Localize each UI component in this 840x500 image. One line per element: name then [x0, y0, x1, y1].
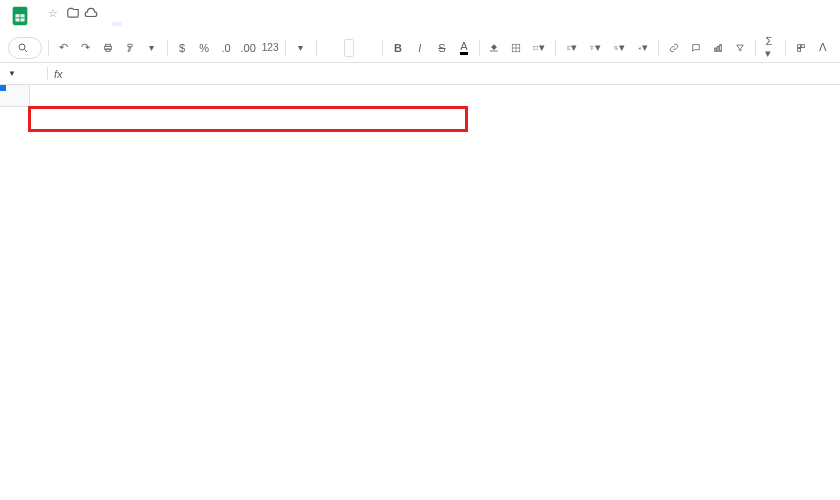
svg-rect-22 — [714, 48, 716, 51]
formula-bar: ▼ fx — [0, 63, 840, 85]
spreadsheet-grid[interactable] — [0, 85, 840, 481]
name-box[interactable]: ▼ — [0, 67, 48, 80]
fx-icon: fx — [48, 66, 69, 82]
svg-rect-9 — [491, 50, 498, 51]
move-icon[interactable] — [66, 6, 80, 20]
chart-button[interactable] — [709, 38, 727, 58]
paint-format-button[interactable] — [121, 38, 139, 58]
star-icon[interactable]: ☆ — [48, 7, 58, 20]
undo-button[interactable]: ↶ — [55, 38, 73, 58]
percent-button[interactable]: % — [195, 38, 213, 58]
halign-button[interactable]: ▾ — [562, 38, 582, 58]
zoom-select[interactable]: ▾ — [143, 38, 161, 58]
svg-point-4 — [19, 44, 25, 50]
menu-help[interactable] — [136, 22, 146, 26]
fill-color-button[interactable] — [485, 38, 503, 58]
menu-edit[interactable] — [52, 22, 62, 26]
addon-button[interactable] — [792, 38, 810, 58]
fontsize-plus[interactable] — [358, 38, 376, 58]
rotate-button[interactable]: A ▾ — [633, 38, 653, 58]
collapse-toolbar-button[interactable]: ᐱ — [814, 38, 832, 58]
svg-line-5 — [25, 49, 28, 52]
app-header: ☆ — [0, 0, 840, 33]
svg-rect-25 — [798, 44, 801, 47]
bold-button[interactable]: B — [389, 38, 407, 58]
menu-view[interactable] — [64, 22, 74, 26]
merge-button[interactable]: ▾ — [529, 38, 549, 58]
strike-button[interactable]: S — [433, 38, 451, 58]
svg-rect-23 — [717, 46, 719, 51]
menubar — [40, 22, 832, 26]
menu-format[interactable] — [88, 22, 98, 26]
more-formats-button[interactable]: 123 — [261, 38, 279, 58]
print-button[interactable] — [99, 38, 117, 58]
font-select[interactable]: ▾ — [292, 38, 310, 58]
link-button[interactable] — [665, 38, 683, 58]
toolbar: ↶ ↷ ▾ $ % .0 .00 123 ▾ B I S A ▾ ▾ ▾ ▾ A… — [0, 33, 840, 63]
decrease-decimal-button[interactable]: .0 — [217, 38, 235, 58]
menu-search[interactable] — [8, 37, 42, 59]
wrap-button[interactable]: ▾ — [609, 38, 629, 58]
search-icon — [17, 42, 29, 54]
menu-insert[interactable] — [76, 22, 86, 26]
formula-input[interactable] — [69, 66, 840, 82]
text-color-button[interactable]: A — [455, 38, 473, 58]
svg-rect-24 — [719, 44, 721, 51]
currency-button[interactable]: $ — [173, 38, 191, 58]
svg-rect-27 — [798, 48, 801, 51]
valign-button[interactable]: ▾ — [585, 38, 605, 58]
sheets-logo[interactable] — [8, 4, 32, 28]
redo-button[interactable]: ↷ — [77, 38, 95, 58]
select-all-corner[interactable] — [0, 85, 30, 107]
cloud-status-icon[interactable] — [84, 6, 98, 20]
borders-button[interactable] — [507, 38, 525, 58]
increase-decimal-button[interactable]: .00 — [239, 38, 257, 58]
functions-button[interactable]: Σ ▾ — [761, 38, 779, 58]
menu-extensions[interactable] — [124, 22, 134, 26]
fontsize-input[interactable] — [344, 39, 354, 57]
comment-button[interactable] — [687, 38, 705, 58]
fontsize-minus[interactable] — [322, 38, 340, 58]
svg-rect-26 — [801, 44, 804, 47]
menu-file[interactable] — [40, 22, 50, 26]
annotation-highlight — [28, 106, 468, 132]
menu-tools[interactable] — [112, 22, 122, 26]
menu-data[interactable] — [100, 22, 110, 26]
italic-button[interactable]: I — [411, 38, 429, 58]
filter-button[interactable] — [731, 38, 749, 58]
